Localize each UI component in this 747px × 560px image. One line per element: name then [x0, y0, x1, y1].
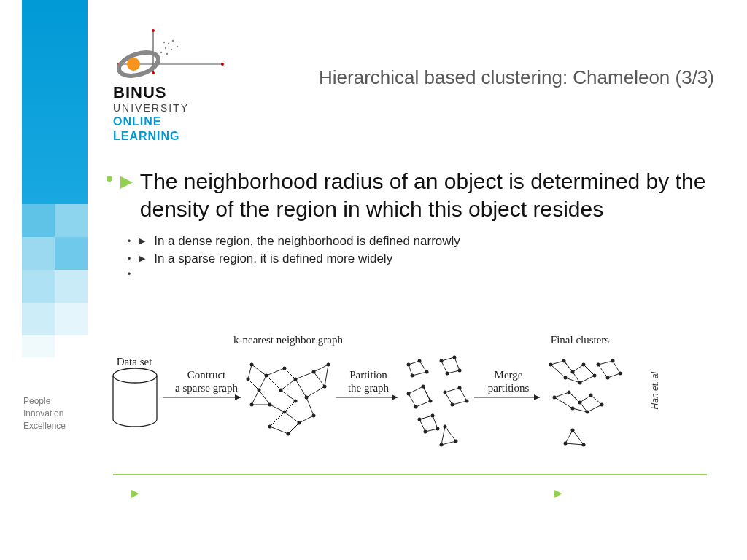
svg-point-45: [453, 356, 457, 359]
bullet-triangle-icon: ▶: [120, 172, 133, 191]
sub-dot-icon: •: [128, 254, 131, 264]
svg-point-82: [571, 407, 575, 411]
bullet-dot-icon: •: [106, 168, 113, 190]
svg-point-52: [444, 391, 447, 394]
logo-icon: [113, 28, 230, 79]
svg-point-55: [451, 403, 454, 407]
sidebar-tagline: People Innovation Excellence: [23, 395, 66, 432]
svg-point-51: [414, 405, 418, 409]
svg-point-81: [586, 411, 589, 414]
main-bullet-text: The neighborhood radius of an object is …: [140, 168, 714, 224]
stripe-gradient: [22, 0, 88, 204]
sub-triangle-icon: ▶: [139, 254, 145, 263]
svg-point-70: [578, 381, 582, 385]
slide: People Innovation Excellence: [0, 0, 747, 560]
svg-point-25: [279, 389, 283, 392]
svg-point-65: [549, 363, 553, 367]
svg-point-5: [152, 71, 155, 74]
svg-point-13: [177, 46, 178, 47]
svg-point-19: [250, 363, 254, 367]
svg-point-44: [440, 359, 444, 363]
svg-point-68: [582, 363, 586, 367]
diagram-step2: Partition the graph: [339, 368, 398, 394]
stripe-squares: [22, 204, 88, 365]
logo-line4: LEARNING: [113, 130, 244, 143]
svg-point-31: [294, 400, 298, 403]
left-stripe: [22, 0, 88, 560]
svg-point-54: [465, 400, 469, 403]
svg-point-21: [258, 389, 261, 392]
svg-point-33: [312, 414, 316, 418]
svg-point-4: [152, 29, 155, 32]
svg-point-49: [422, 385, 425, 389]
svg-marker-39: [392, 394, 398, 400]
svg-point-80: [600, 403, 604, 407]
svg-point-22: [247, 378, 250, 381]
svg-point-8: [163, 42, 165, 43]
svg-point-60: [444, 425, 447, 429]
diagram-dataset-label: Data set: [109, 356, 160, 368]
final-clusters-icon: [549, 359, 622, 447]
svg-point-47: [446, 372, 449, 376]
svg-point-77: [568, 391, 571, 394]
svg-point-43: [411, 374, 414, 378]
svg-point-20: [265, 374, 268, 378]
partitioned-graph-icon: [407, 356, 469, 447]
svg-point-72: [597, 363, 600, 367]
sub-bullet-text: In a dense region, the neighborhood is d…: [154, 234, 460, 249]
svg-point-74: [619, 372, 622, 376]
svg-point-26: [312, 370, 316, 374]
svg-point-30: [283, 411, 287, 414]
diagram-step1: Contruct a sparse graph: [170, 368, 243, 394]
tagline-excellence: Excellence: [23, 420, 66, 432]
svg-point-76: [553, 396, 557, 400]
footer-triangle-left-icon: ▶: [131, 487, 139, 499]
svg-point-23: [283, 367, 287, 370]
main-bullet: • ▶ The neighborhood radius of an object…: [106, 168, 714, 224]
svg-point-27: [323, 385, 327, 389]
svg-point-84: [582, 443, 586, 447]
logo: BINUS UNIVERSITY ONLINE LEARNING: [113, 28, 244, 143]
svg-point-10: [172, 40, 174, 42]
sub-bullet: • ▶ In a dense region, the neighborhood …: [128, 234, 714, 249]
chameleon-diagram: k-nearest neighbor graph Final clusters …: [106, 335, 646, 467]
svg-point-11: [165, 47, 166, 49]
svg-point-3: [221, 63, 224, 66]
svg-point-58: [436, 427, 440, 431]
svg-point-15: [166, 53, 168, 55]
svg-point-50: [429, 400, 433, 403]
svg-point-46: [458, 369, 462, 373]
svg-point-71: [564, 376, 568, 380]
tagline-innovation: Innovation: [23, 408, 66, 420]
svg-point-42: [425, 370, 429, 374]
svg-point-24: [294, 378, 298, 381]
svg-point-69: [593, 374, 597, 378]
svg-point-61: [454, 440, 458, 443]
svg-point-32: [298, 421, 301, 425]
logo-line3: ONLINE: [113, 115, 244, 128]
footer-triangle-right-icon: ▶: [554, 487, 562, 499]
svg-marker-64: [534, 394, 540, 400]
svg-point-53: [458, 386, 462, 390]
diagram-final-label: Final clusters: [536, 334, 624, 346]
diagram-svg: [106, 335, 646, 467]
svg-point-75: [606, 376, 610, 380]
svg-point-78: [578, 401, 582, 405]
svg-point-41: [418, 359, 422, 363]
svg-point-66: [562, 359, 566, 363]
svg-point-36: [287, 432, 290, 436]
svg-point-7: [127, 58, 140, 71]
svg-point-67: [571, 370, 575, 374]
svg-point-73: [611, 359, 615, 363]
svg-point-56: [418, 418, 422, 421]
diagram-step3: Merge partitions: [479, 368, 538, 394]
svg-point-79: [589, 394, 593, 397]
content-area: • ▶ The neighborhood radius of an object…: [106, 168, 714, 282]
logo-line1: BINUS: [113, 83, 244, 102]
svg-point-85: [564, 442, 568, 446]
svg-point-34: [250, 403, 254, 407]
svg-point-37: [268, 425, 272, 429]
diagram-top-label: k-nearest neighbor graph: [215, 334, 361, 346]
svg-point-48: [407, 392, 411, 396]
slide-title: Hierarchical based clustering: Chameleon…: [306, 66, 714, 90]
